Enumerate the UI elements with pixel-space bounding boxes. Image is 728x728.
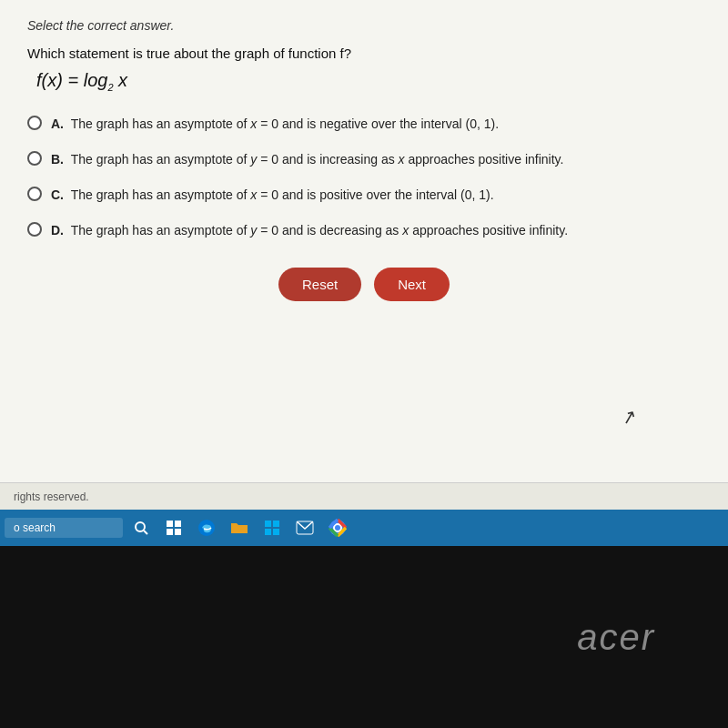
taskbar-windows-icon[interactable] — [258, 513, 287, 542]
function-notation: f(x) = log2 x — [36, 70, 127, 90]
main-content: Select the correct answer. Which stateme… — [0, 0, 728, 482]
options-list: A. The graph has an asymptote of x = 0 a… — [27, 115, 701, 240]
svg-rect-3 — [175, 521, 181, 527]
option-c[interactable]: C. The graph has an asymptote of x = 0 a… — [27, 186, 701, 205]
function-display: f(x) = log2 x — [27, 70, 701, 93]
svg-rect-4 — [167, 529, 173, 535]
svg-rect-7 — [265, 521, 271, 527]
taskbar-folder-icon[interactable] — [225, 513, 254, 542]
acer-logo: acer — [577, 617, 655, 658]
radio-d[interactable] — [27, 222, 42, 237]
svg-rect-10 — [273, 529, 279, 535]
radio-a[interactable] — [27, 116, 42, 130]
footer-bar: rights reserved. — [0, 482, 728, 510]
svg-rect-5 — [175, 529, 181, 535]
taskbar-mail-icon[interactable] — [290, 513, 319, 542]
next-button[interactable]: Next — [374, 268, 450, 301]
svg-rect-2 — [167, 521, 173, 527]
option-b[interactable]: B. The graph has an asymptote of y = 0 a… — [27, 150, 701, 169]
option-d-text: D. The graph has an asymptote of y = 0 a… — [51, 221, 568, 240]
reset-button[interactable]: Reset — [278, 268, 361, 301]
taskbar-search-icon[interactable] — [126, 513, 156, 542]
svg-point-0 — [136, 522, 145, 531]
taskbar: o search — [0, 510, 728, 546]
footer-text: rights reserved. — [14, 490, 89, 503]
svg-line-1 — [144, 531, 147, 534]
taskbar-search[interactable]: o search — [5, 518, 123, 538]
taskbar-grid-icon[interactable] — [159, 513, 188, 542]
option-a[interactable]: A. The graph has an asymptote of x = 0 a… — [27, 115, 701, 134]
cursor-arrow: ↗ — [619, 404, 640, 430]
search-text: o search — [14, 521, 56, 534]
instruction-text: Select the correct answer. — [27, 18, 701, 33]
svg-point-14 — [335, 525, 340, 531]
option-c-text: C. The graph has an asymptote of x = 0 a… — [51, 186, 494, 205]
option-b-text: B. The graph has an asymptote of y = 0 a… — [51, 150, 563, 169]
option-d[interactable]: D. The graph has an asymptote of y = 0 a… — [27, 221, 701, 240]
svg-rect-8 — [273, 521, 279, 527]
svg-rect-9 — [265, 529, 271, 535]
taskbar-chrome-icon[interactable] — [323, 513, 352, 542]
black-area: acer — [0, 546, 728, 728]
radio-b[interactable] — [27, 151, 42, 166]
question-text: Which statement is true about the graph … — [27, 46, 701, 61]
buttons-row: Reset Next — [27, 268, 701, 301]
radio-c[interactable] — [27, 187, 42, 201]
taskbar-edge-icon[interactable] — [192, 513, 221, 542]
option-a-text: A. The graph has an asymptote of x = 0 a… — [51, 115, 499, 134]
